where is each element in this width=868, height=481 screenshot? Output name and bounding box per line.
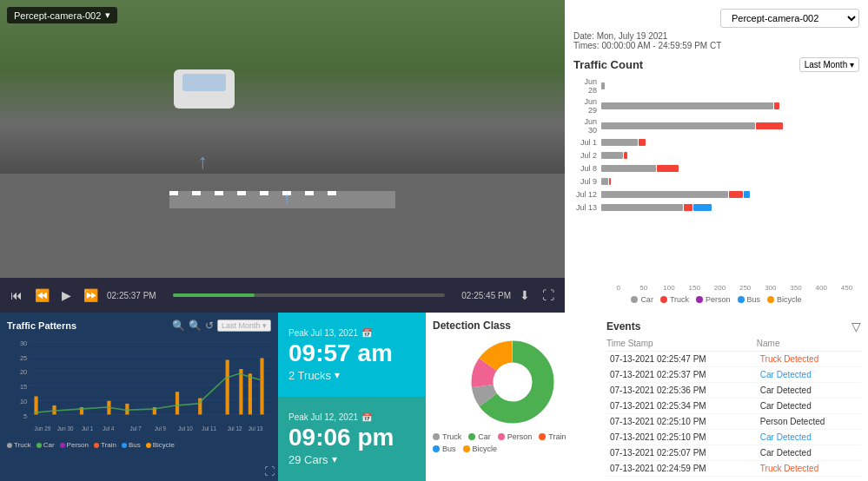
event-timestamp: 07-13-2021 02:25:36 PM [606,383,757,399]
progress-bar[interactable] [173,293,445,297]
table-row: 07-13-2021 02:25:36 PMCar Detected [606,383,861,399]
table-row: 07-13-2021 02:25:34 PMCar Detected [606,399,861,414]
bar-label: Jul 13 [573,203,601,212]
events-panel: Events ▽ Time Stamp Name 07-13-2021 02:2… [600,313,868,481]
rewind-button[interactable]: ⏪ [31,287,53,304]
x-tick: 350 [783,284,808,292]
camera-selector[interactable]: Percept-camera-002 [573,9,859,28]
bar-segment-truck [609,178,611,185]
bar-label: Jun 29 [573,97,601,115]
bar-segment-truck [774,102,779,109]
x-tick: 150 [682,284,707,292]
play-button[interactable]: ▶ [58,287,75,304]
peak1-time: 09:57 am [288,341,415,366]
bar-segments [601,121,859,131]
bar-label: Jul 8 [573,164,601,173]
fast-forward-button[interactable]: ⏩ [80,287,102,304]
det-legend: Truck Car Person Train Bus Bicycle [433,432,593,453]
table-row: 07-13-2021 02:25:07 PMCar Detected [606,445,861,461]
tp-zoom-out[interactable]: 🔍 [189,320,202,332]
skip-back-button[interactable]: ⏮ [7,287,26,304]
filter-button[interactable]: ▽ [851,320,861,333]
table-row: 07-13-2021 02:25:10 PMCar Detected [606,430,861,445]
bar-row: Jul 2 [573,150,859,161]
peak2-dropdown[interactable]: ▾ [332,453,337,465]
bar-row: Jul 9 [573,176,859,187]
tp-zoom-in[interactable]: 🔍 [172,320,185,332]
tp-chart: 30 25 20 15 10 5 [7,335,271,439]
svg-text:25: 25 [20,354,27,362]
detection-class-panel: Detection Class Truck Car Person [426,313,600,481]
event-timestamp: 07-13-2021 02:25:10 PM [606,430,757,445]
events-table: Time Stamp Name 07-13-2021 02:25:47 PMTr… [606,339,861,477]
bar-segment-bus [744,191,749,198]
bar-segments [601,163,859,174]
event-timestamp: 07-13-2021 02:25:47 PM [606,352,757,367]
legend-item: Person [696,295,731,304]
svg-text:30: 30 [20,339,27,347]
event-timestamp: 07-13-2021 02:25:37 PM [606,367,757,383]
bar-row: Jun 29 [573,97,859,115]
bar-segments [601,101,859,111]
bar-segment-truck [756,122,783,129]
video-panel: ↑ ↑ Percept-camera-002 ▾ ⏮ ⏪ ▶ ⏩ 02:25:3… [0,0,565,313]
tp-refresh[interactable]: ↺ [205,320,214,332]
peak-panels: Peak Jul 13, 2021 📅 09:57 am 2 Trucks ▾ … [278,313,426,481]
svg-rect-23 [260,358,263,414]
x-axis: 050100150200250300350400450 [573,284,859,292]
x-tick: 400 [809,284,834,292]
bar-label: Jul 2 [573,151,601,160]
bar-label: Jul 9 [573,177,601,186]
camera-select-dropdown[interactable]: Percept-camera-002 [720,9,859,28]
fullscreen-button[interactable]: ⛶ [539,287,558,304]
x-tick: 200 [707,284,732,292]
bar-label: Jul 1 [573,138,601,147]
bar-row: Jun 30 [573,117,859,135]
x-tick: 300 [758,284,783,292]
bar-segment-car [601,178,608,185]
tp-legend-item: Person [60,441,89,449]
tp-expand-button[interactable]: ⛶ [264,465,275,478]
event-name: Car Detected [757,383,861,399]
tp-period[interactable]: Last Month ▾ [217,320,271,332]
bar-label: Jun 28 [573,77,601,95]
svg-rect-13 [52,405,56,414]
bar-row: Jul 1 [573,137,859,148]
download-button[interactable]: ⬇ [516,287,533,304]
camera-label[interactable]: Percept-camera-002 ▾ [7,7,117,23]
calendar-icon-1: 📅 [361,328,372,338]
bar-segment-car [601,191,728,198]
table-row: 07-13-2021 02:25:10 PMPerson Detected [606,414,861,430]
time-end: 02:25:45 PM [450,291,511,300]
table-row: 07-13-2021 02:25:47 PMTruck Detected [606,352,861,367]
tp-legend-item: Car [36,441,55,449]
camera-dropdown-arrow: ▾ [105,10,110,21]
chart-legend: CarTruckPersonBusBicycle [573,295,859,304]
svg-text:Jul 4: Jul 4 [103,425,115,432]
video-controls: ⏮ ⏪ ▶ ⏩ 02:25:37 PM 02:25:45 PM ⬇ ⛶ [0,278,565,313]
event-timestamp: 07-13-2021 02:25:34 PM [606,399,757,414]
traffic-count-header: Traffic Count Last Month ▾ [573,57,859,72]
tp-controls: 🔍 🔍 ↺ Last Month ▾ [172,320,271,332]
traffic-period-selector[interactable]: Last Month ▾ [799,57,859,72]
bar-segment-car [601,82,605,89]
peak1-date: Peak Jul 13, 2021 📅 [288,328,415,338]
pie-chart [469,339,556,425]
progress-fill [173,293,255,297]
svg-rect-22 [248,373,252,414]
peak1-dropdown[interactable]: ▾ [335,369,340,381]
svg-text:Jul 12: Jul 12 [228,425,242,432]
table-row: 07-13-2021 02:25:37 PMCar Detected [606,367,861,383]
bar-row: Jul 13 [573,202,859,213]
legend-item: Bicycle [767,295,802,304]
tp-legend-item: Truck [7,441,31,449]
camera-name: Percept-camera-002 [14,10,101,21]
events-title: Events [606,320,640,333]
svg-rect-21 [239,369,242,414]
x-tick: 50 [631,284,656,292]
event-name: Car Detected [757,430,861,445]
table-row: 07-13-2021 02:24:59 PMTruck Detected [606,461,861,477]
bar-segment-truck [684,204,692,211]
bar-segments [601,189,859,200]
svg-text:Jul 13: Jul 13 [248,425,263,432]
